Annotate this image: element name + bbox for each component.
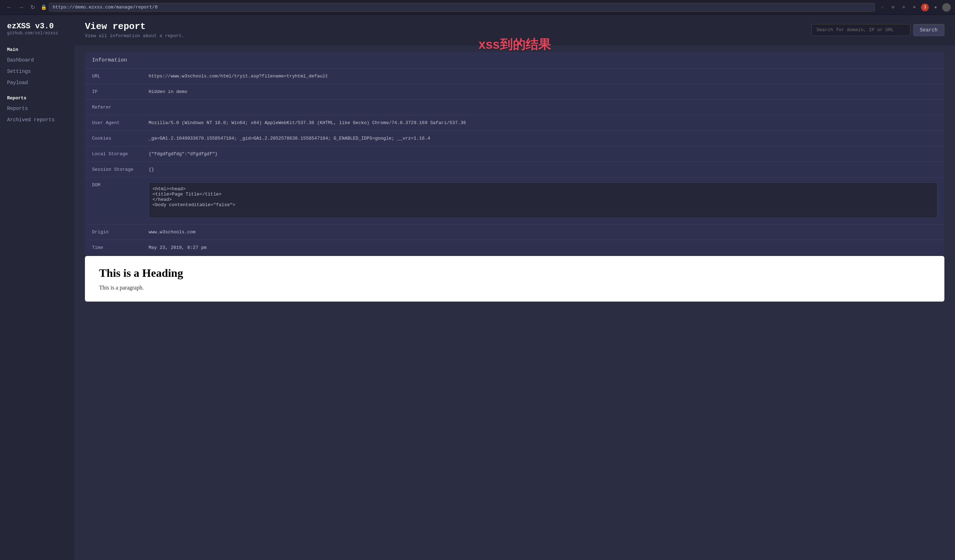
- brand-title: ezXSS v3.0: [7, 22, 67, 31]
- nav-buttons: ← → ↻: [4, 3, 37, 11]
- page-subtitle: View all information about a report.: [85, 33, 184, 39]
- sidebar-item-archived-reports[interactable]: Archived reports: [0, 114, 74, 125]
- brand-subtitle: github.com/ssl/ezxss: [7, 31, 67, 36]
- label-url: URL: [85, 69, 141, 84]
- label-origin: Origin: [85, 225, 141, 240]
- sidebar-item-payload[interactable]: Payload: [0, 77, 74, 88]
- label-referer: Referer: [85, 100, 141, 115]
- label-cookies: Cookies: [85, 131, 141, 146]
- browser-chrome: ← → ↻ 🔒 ☆ ⊡ ⊙ ⊕ 3 ◈: [0, 0, 955, 15]
- value-cookies: _ga=GA1.2.1040933670.1558547184; _gid=GA…: [141, 131, 944, 146]
- sidebar-section-reports: Reports: [0, 91, 74, 103]
- browser-icons: ☆ ⊡ ⊙ ⊕ 3 ◈: [878, 3, 951, 12]
- address-bar[interactable]: [49, 3, 875, 12]
- info-row-local-storage: Local Storage {"fdgdfgdfdg":"dfgdfgdf"}: [85, 147, 944, 162]
- info-row-session-storage: Session Storage {}: [85, 162, 944, 178]
- main-content: View report View all information about a…: [74, 15, 955, 560]
- ext-icon-3: ⊕: [910, 3, 918, 11]
- star-icon: ☆: [878, 3, 886, 11]
- value-dom: [141, 178, 944, 224]
- value-origin: www.w3schools.com: [141, 225, 944, 240]
- forward-button[interactable]: →: [16, 3, 26, 11]
- back-button[interactable]: ←: [4, 3, 14, 11]
- ext-icon-red: 3: [921, 3, 929, 11]
- ext-icon-1: ⊡: [889, 3, 897, 11]
- search-button[interactable]: Search: [913, 24, 944, 36]
- screenshot-paragraph: This is a paragraph.: [99, 285, 930, 291]
- reload-button[interactable]: ↻: [28, 3, 37, 11]
- dom-textarea[interactable]: [149, 183, 937, 218]
- label-dom: DOM: [85, 178, 141, 224]
- value-referer: [141, 100, 944, 115]
- search-input[interactable]: [811, 24, 910, 36]
- screenshot-card: This is a Heading This is a paragraph.: [85, 256, 944, 301]
- page-header-wrapper: View report View all information about a…: [74, 15, 955, 45]
- sidebar-brand: ezXSS v3.0 github.com/ssl/ezxss: [0, 22, 74, 43]
- ext-icon-4: ◈: [932, 3, 939, 11]
- app-wrapper: ezXSS v3.0 github.com/ssl/ezxss Main Das…: [0, 15, 955, 560]
- info-row-dom: DOM: [85, 178, 944, 225]
- info-row-referer: Referer: [85, 100, 944, 115]
- info-row-cookies: Cookies _ga=GA1.2.1040933670.1558547184;…: [85, 131, 944, 147]
- value-ip: Hidden in demo: [141, 84, 944, 99]
- sidebar-item-dashboard[interactable]: Dashboard: [0, 55, 74, 66]
- value-session-storage: {}: [141, 162, 944, 177]
- info-row-ip: IP Hidden in demo: [85, 84, 944, 100]
- value-time: May 23, 2019, 8:27 pm: [141, 240, 944, 255]
- sidebar-item-settings[interactable]: Settings: [0, 66, 74, 77]
- info-card-header: Information: [85, 52, 944, 69]
- value-url: https://www.w3schools.com/html/tryit.asp…: [141, 69, 944, 84]
- value-user-agent: Mozilla/5.0 (Windows NT 10.0; Win64; x64…: [141, 115, 944, 131]
- content-area: Information URL https://www.w3schools.co…: [74, 45, 955, 309]
- label-ip: IP: [85, 84, 141, 99]
- sidebar-item-reports[interactable]: Reports: [0, 103, 74, 114]
- page-title: View report: [85, 21, 184, 32]
- search-area: Search: [811, 24, 944, 36]
- screenshot-heading: This is a Heading: [99, 267, 930, 280]
- ext-icon-2: ⊙: [900, 3, 908, 11]
- label-user-agent: User Agent: [85, 115, 141, 131]
- profile-icon: [942, 3, 951, 12]
- value-local-storage: {"fdgdfgdfdg":"dfgdfgdf"}: [141, 147, 944, 162]
- info-row-time: Time May 23, 2019, 8:27 pm: [85, 240, 944, 255]
- info-card: Information URL https://www.w3schools.co…: [85, 52, 944, 255]
- label-local-storage: Local Storage: [85, 147, 141, 162]
- label-time: Time: [85, 240, 141, 255]
- page-header: View report View all information about a…: [74, 15, 955, 45]
- label-session-storage: Session Storage: [85, 162, 141, 177]
- sidebar: ezXSS v3.0 github.com/ssl/ezxss Main Das…: [0, 15, 74, 560]
- sidebar-section-main: Main: [0, 43, 74, 55]
- info-row-origin: Origin www.w3schools.com: [85, 225, 944, 240]
- info-row-user-agent: User Agent Mozilla/5.0 (Windows NT 10.0;…: [85, 115, 944, 131]
- page-header-left: View report View all information about a…: [85, 21, 184, 39]
- info-row-url: URL https://www.w3schools.com/html/tryit…: [85, 69, 944, 84]
